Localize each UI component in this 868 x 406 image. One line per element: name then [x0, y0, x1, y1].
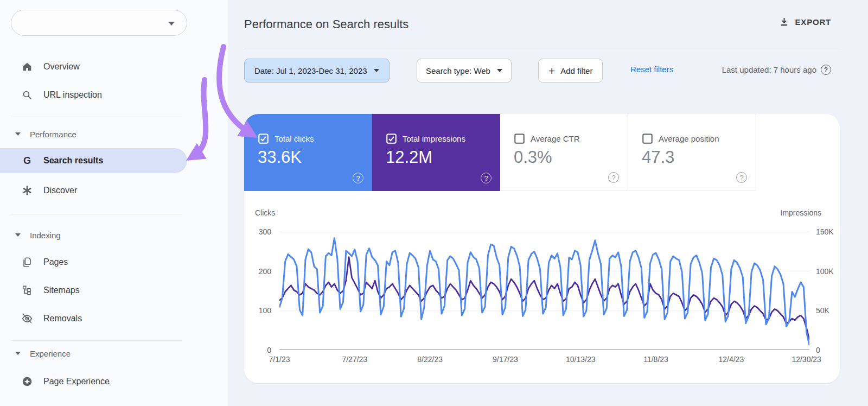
chart-plot-area[interactable]: [279, 232, 809, 350]
page-experience-icon: [21, 375, 34, 388]
y-tick-label: 300: [244, 227, 271, 236]
help-icon[interactable]: ?: [353, 173, 363, 183]
chevron-down-icon: [168, 22, 175, 26]
metric-card-average-ctr[interactable]: Average CTR 0.3% ?: [500, 114, 628, 191]
eye-off-icon: [21, 312, 34, 325]
axis-title-clicks: Clicks: [255, 208, 275, 217]
help-icon[interactable]: ?: [821, 65, 831, 75]
axis-title-impressions: Impressions: [781, 208, 821, 217]
section-label: Performance: [30, 130, 76, 139]
metric-value: 47.3: [642, 148, 674, 167]
sidebar-item-label: Page Experience: [43, 377, 110, 386]
y-tick-label: 50K: [816, 306, 829, 315]
metric-label: Total clicks: [275, 134, 314, 143]
x-tick-label: 10/13/23: [566, 355, 596, 364]
x-tick-label: 9/17/23: [493, 355, 518, 364]
checkbox-checked-icon[interactable]: [386, 134, 397, 144]
search-type-label: Search type: Web: [426, 66, 490, 75]
x-tick-label: 12/30/23: [792, 355, 821, 364]
sidebar-section-experience[interactable]: Experience: [0, 345, 228, 361]
sidebar-item-pages[interactable]: Pages: [0, 250, 228, 275]
plus-icon: +: [548, 65, 555, 77]
metric-label: Total impressions: [403, 134, 465, 143]
y-tick-label: 0: [244, 346, 271, 354]
export-button[interactable]: EXPORT: [778, 16, 831, 28]
x-tick-label: 7/1/23: [269, 355, 290, 364]
date-filter-label: Date: Jul 1, 2023-Dec 31, 2023: [254, 66, 367, 75]
performance-panel: Total clicks 33.6K ? Total impressions 1…: [244, 114, 840, 383]
y-tick-label: 100K: [816, 267, 834, 276]
x-tick-label: 11/8/23: [643, 355, 668, 364]
x-tick-label: 12/4/23: [718, 355, 744, 364]
checkbox-unchecked-icon[interactable]: [514, 134, 525, 144]
checkbox-checked-icon[interactable]: [258, 134, 269, 144]
help-icon[interactable]: ?: [736, 172, 747, 183]
svg-text:G: G: [23, 155, 31, 166]
section-label: Experience: [30, 349, 71, 358]
add-filter-button[interactable]: + Add filter: [538, 59, 603, 83]
chevron-down-icon: [374, 69, 379, 72]
sidebar-section-indexing[interactable]: Indexing: [0, 227, 228, 243]
page-title: Performance on Search results: [244, 17, 409, 31]
x-axis-labels: 7/1/237/27/238/22/239/17/2310/13/2311/8/…: [279, 355, 809, 366]
metric-label: Average CTR: [531, 134, 580, 143]
sidebar-item-url-inspection[interactable]: URL inspection: [0, 83, 228, 107]
sidebar-item-search-results[interactable]: G Search results: [0, 148, 187, 173]
metric-label: Average position: [659, 134, 719, 143]
sidebar-item-label: Removals: [43, 314, 82, 323]
pages-icon: [21, 256, 34, 269]
sidebar-item-overview[interactable]: Overview: [0, 54, 228, 79]
home-icon: [21, 60, 34, 73]
sidebar-item-removals[interactable]: Removals: [0, 306, 228, 331]
search-type-filter-chip[interactable]: Search type: Web: [417, 59, 512, 83]
sidebar: Overview URL inspection Performance G Se…: [0, 0, 228, 406]
export-label: EXPORT: [795, 17, 831, 27]
sidebar-item-page-experience[interactable]: Page Experience: [0, 369, 228, 394]
header-divider: [244, 48, 840, 48]
section-label: Indexing: [30, 231, 61, 240]
sidebar-divider: [11, 117, 182, 117]
google-g-icon: G: [21, 154, 34, 167]
sidebar-divider: [11, 214, 182, 214]
discover-asterisk-icon: [21, 184, 34, 197]
metric-card-total-impressions[interactable]: Total impressions 12.2M ?: [372, 114, 500, 191]
metric-value: 12.2M: [386, 148, 432, 167]
metric-value: 33.6K: [258, 148, 302, 167]
reset-filters-link[interactable]: Reset filters: [630, 65, 673, 74]
chevron-down-icon: [497, 69, 502, 72]
chevron-down-icon: [15, 233, 21, 237]
metric-value: 0.3%: [514, 148, 552, 167]
metric-card-average-position[interactable]: Average position 47.3 ?: [628, 114, 756, 191]
sidebar-item-label: Overview: [43, 62, 80, 72]
sidebar-item-sitemaps[interactable]: Sitemaps: [0, 278, 228, 303]
y-tick-label: 200: [244, 267, 271, 276]
last-updated-status: Last updated: 7 hours ago ?: [722, 65, 831, 75]
sidebar-item-label: Search results: [43, 156, 103, 166]
x-tick-label: 8/22/23: [417, 355, 443, 364]
sitemaps-icon: [21, 284, 34, 297]
sidebar-divider: [11, 340, 182, 341]
y-tick-label: 100: [244, 306, 271, 315]
sidebar-item-label: Pages: [43, 257, 68, 267]
sidebar-item-label: Sitemaps: [43, 286, 80, 295]
add-filter-label: Add filter: [560, 66, 592, 75]
series-clicks: [279, 238, 809, 346]
sidebar-section-performance[interactable]: Performance: [0, 126, 228, 142]
download-icon: [778, 16, 790, 28]
sidebar-item-discover[interactable]: Discover: [0, 178, 228, 203]
search-icon: [21, 88, 34, 101]
date-filter-chip[interactable]: Date: Jul 1, 2023-Dec 31, 2023: [244, 59, 390, 83]
help-icon[interactable]: ?: [481, 173, 492, 183]
sidebar-item-label: Discover: [43, 186, 77, 195]
sidebar-item-label: URL inspection: [43, 90, 102, 100]
y-tick-label: 0: [816, 346, 820, 354]
chevron-down-icon: [15, 352, 21, 355]
performance-chart: Clicks Impressions 300 200 100 0 150K 10…: [244, 191, 840, 383]
metric-card-total-clicks[interactable]: Total clicks 33.6K ?: [244, 114, 372, 191]
y-tick-label: 150K: [816, 227, 834, 236]
checkbox-unchecked-icon[interactable]: [642, 134, 653, 144]
chevron-down-icon: [15, 132, 21, 136]
property-selector[interactable]: [11, 10, 187, 36]
x-tick-label: 7/27/23: [342, 355, 367, 364]
help-icon[interactable]: ?: [608, 172, 619, 183]
